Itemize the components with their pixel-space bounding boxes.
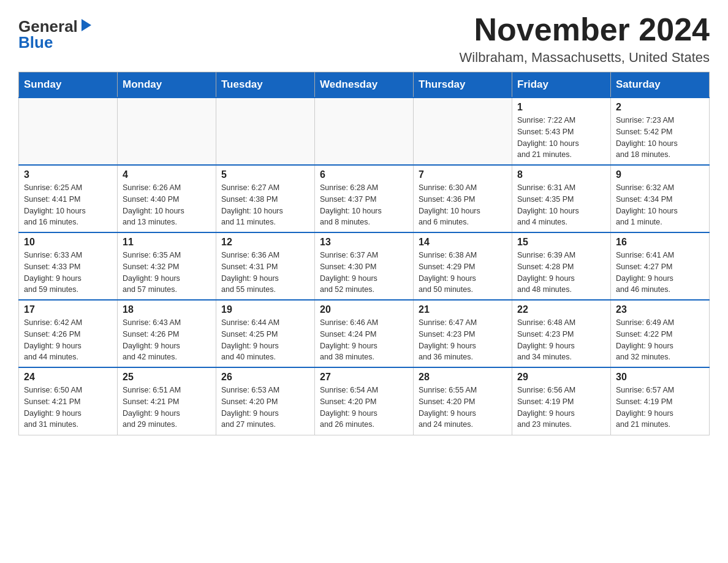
location-title: Wilbraham, Massachusetts, United States	[460, 50, 710, 66]
calendar-cell: 27Sunrise: 6:54 AM Sunset: 4:20 PM Dayli…	[315, 367, 414, 435]
calendar-cell: 10Sunrise: 6:33 AM Sunset: 4:33 PM Dayli…	[19, 232, 118, 300]
day-number: 30	[616, 372, 704, 383]
day-info: Sunrise: 6:41 AM Sunset: 4:27 PM Dayligh…	[616, 250, 704, 296]
day-number: 19	[221, 304, 309, 315]
calendar-col-thursday: Thursday	[414, 72, 512, 98]
day-number: 18	[123, 304, 211, 315]
day-info: Sunrise: 6:37 AM Sunset: 4:30 PM Dayligh…	[320, 250, 408, 296]
calendar-cell: 17Sunrise: 6:42 AM Sunset: 4:26 PM Dayli…	[19, 300, 118, 367]
logo: General Blue	[18, 12, 93, 50]
day-number: 27	[320, 372, 408, 383]
day-number: 4	[123, 169, 211, 180]
calendar-col-sunday: Sunday	[19, 72, 118, 98]
calendar-cell: 19Sunrise: 6:44 AM Sunset: 4:25 PM Dayli…	[216, 300, 315, 367]
calendar-cell: 26Sunrise: 6:53 AM Sunset: 4:20 PM Dayli…	[216, 367, 315, 435]
calendar-col-saturday: Saturday	[611, 72, 710, 98]
day-info: Sunrise: 6:57 AM Sunset: 4:19 PM Dayligh…	[616, 385, 704, 431]
calendar-cell: 4Sunrise: 6:26 AM Sunset: 4:40 PM Daylig…	[118, 165, 216, 232]
day-info: Sunrise: 6:36 AM Sunset: 4:31 PM Dayligh…	[221, 250, 309, 296]
logo-triangle-icon	[82, 19, 91, 31]
calendar-cell: 8Sunrise: 6:31 AM Sunset: 4:35 PM Daylig…	[512, 165, 611, 232]
calendar-header-row: SundayMondayTuesdayWednesdayThursdayFrid…	[19, 72, 710, 98]
calendar-cell: 2Sunrise: 7:23 AM Sunset: 5:42 PM Daylig…	[611, 98, 710, 165]
calendar-cell: 7Sunrise: 6:30 AM Sunset: 4:36 PM Daylig…	[414, 165, 512, 232]
day-number: 14	[419, 237, 507, 248]
day-number: 29	[517, 372, 605, 383]
day-info: Sunrise: 6:35 AM Sunset: 4:32 PM Dayligh…	[123, 250, 211, 296]
day-number: 15	[517, 237, 605, 248]
day-info: Sunrise: 6:50 AM Sunset: 4:21 PM Dayligh…	[24, 385, 112, 431]
calendar-cell: 16Sunrise: 6:41 AM Sunset: 4:27 PM Dayli…	[611, 232, 710, 300]
day-info: Sunrise: 6:25 AM Sunset: 4:41 PM Dayligh…	[24, 182, 112, 228]
calendar-week-row: 17Sunrise: 6:42 AM Sunset: 4:26 PM Dayli…	[19, 300, 710, 367]
calendar-cell: 9Sunrise: 6:32 AM Sunset: 4:34 PM Daylig…	[611, 165, 710, 232]
calendar-cell: 11Sunrise: 6:35 AM Sunset: 4:32 PM Dayli…	[118, 232, 216, 300]
calendar-cell: 21Sunrise: 6:47 AM Sunset: 4:23 PM Dayli…	[414, 300, 512, 367]
calendar-cell: 29Sunrise: 6:56 AM Sunset: 4:19 PM Dayli…	[512, 367, 611, 435]
calendar-cell	[216, 98, 315, 165]
day-info: Sunrise: 6:42 AM Sunset: 4:26 PM Dayligh…	[24, 317, 112, 363]
calendar-cell: 28Sunrise: 6:55 AM Sunset: 4:20 PM Dayli…	[414, 367, 512, 435]
day-info: Sunrise: 6:55 AM Sunset: 4:20 PM Dayligh…	[419, 385, 507, 431]
day-number: 20	[320, 304, 408, 315]
calendar-cell	[315, 98, 414, 165]
day-number: 28	[419, 372, 507, 383]
day-number: 12	[221, 237, 309, 248]
day-number: 5	[221, 169, 309, 180]
day-number: 16	[616, 237, 704, 248]
calendar-week-row: 10Sunrise: 6:33 AM Sunset: 4:33 PM Dayli…	[19, 232, 710, 300]
calendar-cell: 3Sunrise: 6:25 AM Sunset: 4:41 PM Daylig…	[19, 165, 118, 232]
day-number: 10	[24, 237, 112, 248]
calendar-week-row: 3Sunrise: 6:25 AM Sunset: 4:41 PM Daylig…	[19, 165, 710, 232]
page-header: General Blue November 2024 Wilbraham, Ma…	[18, 12, 710, 66]
day-number: 8	[517, 169, 605, 180]
calendar-col-tuesday: Tuesday	[216, 72, 315, 98]
day-number: 17	[24, 304, 112, 315]
day-number: 2	[616, 102, 704, 113]
day-info: Sunrise: 6:26 AM Sunset: 4:40 PM Dayligh…	[123, 182, 211, 228]
day-number: 6	[320, 169, 408, 180]
calendar-cell: 5Sunrise: 6:27 AM Sunset: 4:38 PM Daylig…	[216, 165, 315, 232]
day-info: Sunrise: 6:32 AM Sunset: 4:34 PM Dayligh…	[616, 182, 704, 228]
logo-general: General	[18, 18, 78, 34]
day-info: Sunrise: 6:48 AM Sunset: 4:23 PM Dayligh…	[517, 317, 605, 363]
day-number: 11	[123, 237, 211, 248]
calendar-cell	[118, 98, 216, 165]
calendar-table: SundayMondayTuesdayWednesdayThursdayFrid…	[18, 72, 710, 435]
calendar-cell: 12Sunrise: 6:36 AM Sunset: 4:31 PM Dayli…	[216, 232, 315, 300]
calendar-cell	[414, 98, 512, 165]
day-info: Sunrise: 6:49 AM Sunset: 4:22 PM Dayligh…	[616, 317, 704, 363]
calendar-cell: 18Sunrise: 6:43 AM Sunset: 4:26 PM Dayli…	[118, 300, 216, 367]
day-number: 7	[419, 169, 507, 180]
day-number: 25	[123, 372, 211, 383]
calendar-cell: 20Sunrise: 6:46 AM Sunset: 4:24 PM Dayli…	[315, 300, 414, 367]
title-section: November 2024 Wilbraham, Massachusetts, …	[460, 12, 710, 66]
day-number: 24	[24, 372, 112, 383]
day-info: Sunrise: 6:51 AM Sunset: 4:21 PM Dayligh…	[123, 385, 211, 431]
day-info: Sunrise: 6:56 AM Sunset: 4:19 PM Dayligh…	[517, 385, 605, 431]
day-number: 26	[221, 372, 309, 383]
month-title: November 2024	[460, 12, 710, 47]
calendar-week-row: 1Sunrise: 7:22 AM Sunset: 5:43 PM Daylig…	[19, 98, 710, 165]
day-info: Sunrise: 6:39 AM Sunset: 4:28 PM Dayligh…	[517, 250, 605, 296]
day-info: Sunrise: 7:23 AM Sunset: 5:42 PM Dayligh…	[616, 115, 704, 161]
day-info: Sunrise: 6:27 AM Sunset: 4:38 PM Dayligh…	[221, 182, 309, 228]
day-info: Sunrise: 7:22 AM Sunset: 5:43 PM Dayligh…	[517, 115, 605, 161]
calendar-col-monday: Monday	[118, 72, 216, 98]
calendar-week-row: 24Sunrise: 6:50 AM Sunset: 4:21 PM Dayli…	[19, 367, 710, 435]
day-info: Sunrise: 6:53 AM Sunset: 4:20 PM Dayligh…	[221, 385, 309, 431]
day-info: Sunrise: 6:47 AM Sunset: 4:23 PM Dayligh…	[419, 317, 507, 363]
day-number: 13	[320, 237, 408, 248]
calendar-cell: 13Sunrise: 6:37 AM Sunset: 4:30 PM Dayli…	[315, 232, 414, 300]
day-number: 3	[24, 169, 112, 180]
day-number: 22	[517, 304, 605, 315]
day-number: 21	[419, 304, 507, 315]
calendar-col-friday: Friday	[512, 72, 611, 98]
calendar-cell: 30Sunrise: 6:57 AM Sunset: 4:19 PM Dayli…	[611, 367, 710, 435]
day-info: Sunrise: 6:30 AM Sunset: 4:36 PM Dayligh…	[419, 182, 507, 228]
day-info: Sunrise: 6:43 AM Sunset: 4:26 PM Dayligh…	[123, 317, 211, 363]
calendar-cell: 22Sunrise: 6:48 AM Sunset: 4:23 PM Dayli…	[512, 300, 611, 367]
logo-blue: Blue	[18, 34, 53, 50]
day-number: 1	[517, 102, 605, 113]
day-info: Sunrise: 6:54 AM Sunset: 4:20 PM Dayligh…	[320, 385, 408, 431]
